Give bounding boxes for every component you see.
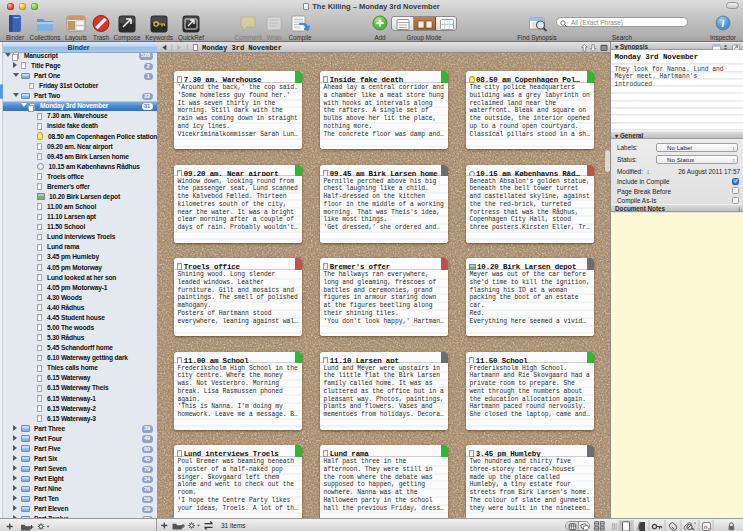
svg-text:n: n	[704, 524, 707, 530]
svg-text:i: i	[722, 18, 725, 29]
